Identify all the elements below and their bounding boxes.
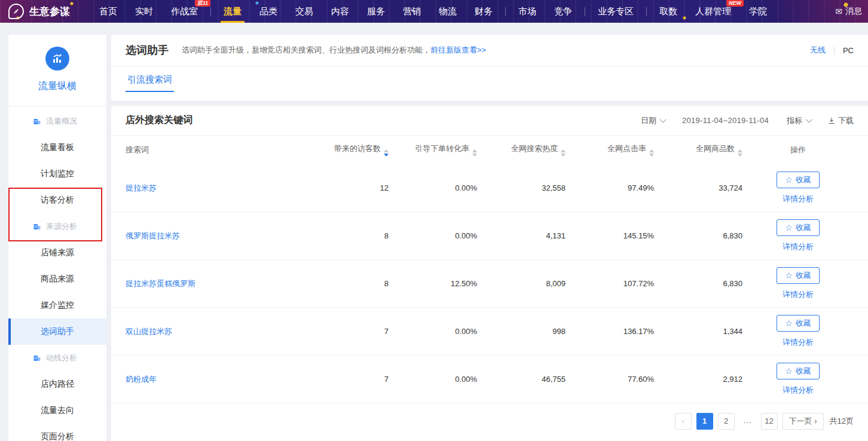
nav-item-audience[interactable]: 人群管理 NEW	[686, 0, 740, 23]
page-button-2[interactable]: 2	[718, 413, 735, 430]
table-header-row: 搜索词 带来的访客数 引导下单转化率 全网搜索热度 全网点击率 全网商品数 操作	[111, 136, 868, 164]
sidebar-item-instore-path[interactable]: 店内路径	[8, 371, 106, 397]
search-heat-value: 998	[477, 327, 566, 336]
download-button[interactable]: 下载	[828, 115, 854, 126]
products-value: 33,724	[654, 183, 742, 192]
nav-item-business-zone[interactable]: 业务专区	[589, 0, 643, 23]
favorite-button[interactable]: ☆收藏	[777, 172, 820, 188]
date-filter-dropdown[interactable]: 日期	[641, 115, 664, 126]
ctr-value: 107.72%	[566, 279, 654, 288]
nav-item-logistics[interactable]: 物流	[430, 0, 466, 23]
tab-referral-search-words[interactable]: 引流搜索词	[126, 66, 174, 92]
nav-item-home[interactable]: 首页	[90, 0, 126, 23]
sidebar-item-media-monitor[interactable]: 媒介监控	[8, 292, 106, 318]
date-range-value[interactable]: 2019-11-04~2019-11-04	[682, 116, 769, 125]
column-visitors[interactable]: 带来的访客数	[300, 143, 389, 157]
table-row: 俄罗斯提拉米苏 8 0.00% 4,131 145.15% 6,830 ☆收藏 …	[111, 212, 868, 260]
sidebar-header: 流量纵横	[8, 35, 106, 106]
app-logo-text: 生意参谋	[29, 5, 70, 19]
sort-icon[interactable]	[738, 149, 742, 157]
sidebar-menu: 流量概况 流量看板 计划监控 访客分析 来源分析 店铺来源 商品来源 媒介监控 …	[8, 106, 106, 441]
nav-item-trade[interactable]: 交易	[286, 0, 322, 23]
sort-icon[interactable]	[561, 149, 566, 157]
detail-analysis-link[interactable]: 详情分析	[783, 337, 814, 348]
building-icon	[33, 222, 41, 231]
favorite-button[interactable]: ☆收藏	[777, 219, 820, 236]
visitors-value: 8	[300, 231, 389, 240]
nav-item-content[interactable]: 内容	[322, 0, 358, 23]
terminal-pc[interactable]: PC	[843, 46, 854, 55]
page-button-1[interactable]: 1	[696, 413, 713, 430]
chevron-down-icon	[805, 116, 812, 122]
next-page-button[interactable]: 下一页 ›	[783, 413, 824, 430]
sidebar-item-traffic-destination[interactable]: 流量去向	[8, 397, 106, 424]
terminal-switch: 无线 PC	[810, 45, 854, 56]
sidebar-item-plan-monitor[interactable]: 计划监控	[8, 161, 106, 187]
detail-analysis-link[interactable]: 详情分析	[783, 241, 814, 252]
app-logo[interactable]: 生意参谋	[8, 4, 70, 19]
sidebar-item-visitor-analysis[interactable]: 访客分析	[8, 187, 106, 213]
favorite-button[interactable]: ☆收藏	[777, 363, 820, 379]
conversion-value: 0.00%	[389, 327, 477, 336]
detail-analysis-link[interactable]: 详情分析	[783, 289, 814, 300]
sort-icon[interactable]	[649, 149, 654, 157]
nav-item-marketing[interactable]: 营销	[394, 0, 430, 23]
nav-item-market[interactable]: 市场	[509, 0, 545, 23]
sidebar-item-product-source[interactable]: 商品来源	[8, 266, 106, 292]
pagination-ellipsis: ...	[739, 413, 756, 430]
nav-item-warroom[interactable]: 作战室 双11	[162, 0, 207, 23]
keyword-link[interactable]: 俄罗斯提拉米苏	[126, 231, 180, 240]
table-title: 店外搜索关键词	[126, 114, 192, 127]
sidebar-item-traffic-board[interactable]: 流量看板	[8, 134, 106, 161]
new-version-link[interactable]: 前往新版查看>>	[430, 45, 486, 56]
favorite-button[interactable]: ☆收藏	[777, 267, 820, 284]
sidebar-section-source-analysis[interactable]: 来源分析	[8, 213, 106, 240]
column-products[interactable]: 全网商品数	[654, 143, 742, 157]
star-icon: ☆	[785, 176, 793, 184]
table-row: 奶粉成年 7 0.00% 46,755 77.60% 2,912 ☆收藏 详情分…	[111, 356, 868, 403]
keyword-link[interactable]: 提拉米苏蛋糕俄罗斯	[126, 279, 195, 288]
metric-filter-dropdown[interactable]: 指标	[787, 115, 810, 126]
sort-icon[interactable]	[384, 149, 389, 157]
visitors-value: 7	[300, 327, 389, 336]
prev-page-button[interactable]: ‹	[675, 413, 692, 430]
keyword-link[interactable]: 奶粉成年	[126, 375, 157, 384]
page-subtitle: 选词助手全面升级，新增竞店相关搜索词、行业热搜词及词根分析功能，	[182, 45, 430, 56]
keyword-link[interactable]: 提拉米苏	[126, 183, 157, 192]
detail-analysis-link[interactable]: 详情分析	[783, 194, 814, 204]
nav-item-service[interactable]: 服务	[358, 0, 394, 23]
sort-icon[interactable]	[472, 149, 477, 157]
sidebar-item-shop-source[interactable]: 店铺来源	[8, 240, 106, 266]
nav-item-data-fetch[interactable]: 取数	[650, 0, 686, 23]
detail-analysis-link[interactable]: 详情分析	[783, 385, 814, 396]
sidebar-section-path-analysis[interactable]: 动线分析	[8, 345, 106, 371]
column-actions: 操作	[742, 145, 854, 155]
ctr-value: 136.17%	[566, 327, 654, 336]
column-search-heat[interactable]: 全网搜索热度	[477, 143, 566, 157]
nav-divider	[505, 7, 506, 16]
sidebar-item-page-analysis[interactable]: 页面分析	[8, 424, 106, 441]
nav-item-academy[interactable]: 学院	[740, 0, 776, 23]
nav-item-finance[interactable]: 财务	[466, 0, 502, 23]
column-conversion[interactable]: 引导下单转化率	[389, 143, 477, 157]
table-row: 提拉米苏蛋糕俄罗斯 8 12.50% 8,009 107.72% 6,830 ☆…	[111, 260, 868, 308]
product-name: 流量纵横	[8, 80, 106, 106]
column-ctr[interactable]: 全网点击率	[566, 143, 654, 157]
page-button-12[interactable]: 12	[761, 413, 778, 430]
sidebar-item-word-assistant[interactable]: 选词助手	[8, 318, 106, 345]
table-row: 双山提拉米苏 7 0.00% 998 136.17% 1,344 ☆收藏 详情分…	[111, 308, 868, 356]
nav-divider	[585, 7, 585, 16]
terminal-wireless[interactable]: 无线	[810, 45, 826, 56]
star-icon: ☆	[785, 319, 793, 327]
nav-item-category[interactable]: 品类	[250, 0, 286, 23]
keywords-table-card: 店外搜索关键词 日期 2019-11-04~2019-11-04 指标 下载 搜…	[111, 106, 868, 441]
keyword-link[interactable]: 双山提拉米苏	[126, 327, 172, 336]
messages-button[interactable]: ✉ 消息	[835, 6, 862, 17]
favorite-button[interactable]: ☆收藏	[777, 315, 820, 332]
star-icon: ☆	[785, 271, 793, 280]
nav-item-competition[interactable]: 竞争	[545, 0, 581, 23]
nav-item-realtime[interactable]: 实时	[126, 0, 162, 23]
nav-item-traffic[interactable]: 流量	[215, 0, 250, 23]
sidebar-section-traffic-overview[interactable]: 流量概况	[8, 108, 106, 134]
building-icon	[33, 117, 41, 125]
